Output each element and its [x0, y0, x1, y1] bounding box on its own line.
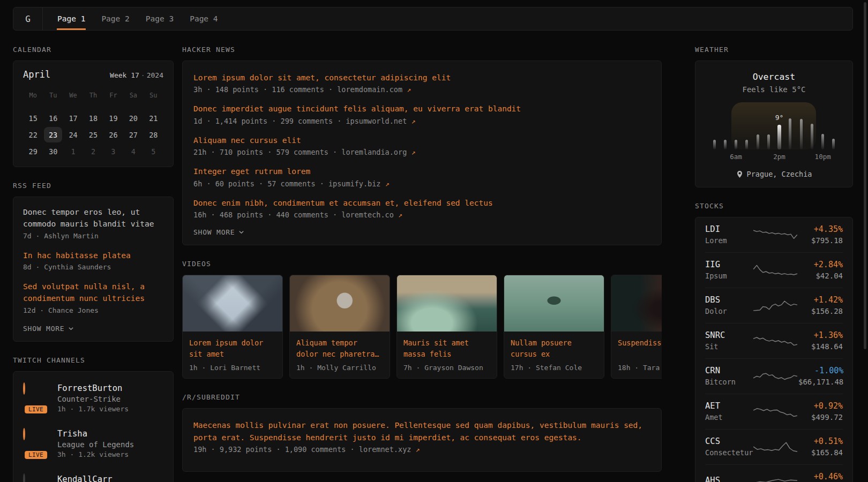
channel-viewers: 1h · 1.7k viewers [57, 405, 129, 413]
video-card[interactable]: Aliquam tempor dolor nec pharetra… 1h · … [289, 275, 390, 379]
stock-symbol: DBS [705, 295, 752, 305]
story-title[interactable]: Donec imperdiet augue tincidunt felis al… [193, 103, 650, 115]
tab-page-2[interactable]: Page 2 [101, 7, 130, 30]
video-thumbnail[interactable] [183, 275, 282, 332]
hacker-news-show-more-button[interactable]: SHOW MORE [193, 228, 650, 236]
weather-bars: 9° [710, 102, 837, 149]
stock-row[interactable]: AET Amet +0.92% $499.72 [705, 394, 843, 430]
video-thumbnail[interactable] [611, 275, 662, 332]
stock-row[interactable]: AHS +0.46% [705, 465, 843, 482]
rss-show-more-button[interactable]: SHOW MORE [23, 325, 163, 333]
stock-name: Ipsum [705, 272, 752, 280]
channel-name[interactable]: ForrestBurton [57, 383, 129, 393]
hacker-news-section-title: HACKER NEWS [182, 46, 662, 54]
calendar-day: 5 [144, 144, 163, 159]
story-meta: 1d · 1,414 points · 299 comments · ipsum… [193, 117, 650, 125]
story-item[interactable]: Donec enim nibh, condimentum et accumsan… [193, 197, 650, 219]
calendar-day: 26 [103, 127, 123, 142]
stock-price: $795.18 [798, 236, 843, 245]
calendar-day: 21 [144, 110, 163, 126]
weather-hour-bar [811, 124, 813, 149]
video-title[interactable]: Mauris sit amet massa felis [403, 337, 490, 360]
app-logo[interactable]: G [13, 7, 43, 30]
video-card[interactable]: Suspendisse diam 18h · Tara [611, 275, 662, 379]
twitch-channel-row[interactable]: LIVE Trisha League of Legends 3h · 1.2k … [23, 429, 163, 458]
twitch-channel-row[interactable]: LIVE ForrestBurton Counter-Strike 1h · 1… [23, 383, 163, 413]
rss-item-meta: 8d · Cynthia Saunders [23, 263, 163, 271]
weather-hour-bar [713, 140, 716, 149]
video-meta: 1h · Molly Carrillo [296, 364, 383, 372]
video-card[interactable]: Lorem ipsum dolor sit amet consectetu… 1… [182, 275, 283, 379]
content-grid: CALENDAR April Week 17·2024 MoTuWeThFrSa… [13, 46, 853, 482]
video-thumbnail[interactable] [504, 275, 604, 332]
twitch-widget: TWITCH CHANNELS LIVE ForrestBurton Count… [13, 356, 174, 482]
stock-row[interactable]: IIG Ipsum +2.84% $42.04 [705, 253, 843, 288]
stock-row[interactable]: CRN Bitcorn -1.00% $66,171.48 [705, 359, 843, 394]
external-link-icon: ↗ [411, 148, 415, 156]
video-thumbnail[interactable] [397, 275, 497, 332]
story-title[interactable]: Donec enim nibh, condimentum et accumsan… [193, 197, 650, 209]
page-scrollbar[interactable] [864, 2, 866, 349]
calendar-day-today: 23 [44, 127, 62, 142]
stock-price: $148.64 [798, 342, 843, 351]
calendar-section-title: CALENDAR [13, 46, 174, 54]
video-meta: 17h · Stefan Cole [511, 364, 597, 372]
stock-price: $66,171.48 [798, 378, 843, 386]
reddit-post[interactable]: Maecenas mollis pulvinar erat non posuer… [193, 419, 650, 454]
story-item[interactable]: Integer eget rutrum lorem 6h · 60 points… [193, 165, 650, 187]
video-meta: 18h · Tara [618, 364, 662, 372]
video-title[interactable]: Lorem ipsum dolor sit amet consectetu… [189, 337, 276, 360]
rss-item[interactable]: Donec tempor eros leo, ut commodo mauris… [23, 207, 163, 240]
calendar-weekday: Tu [43, 87, 63, 103]
twitch-panel: LIVE ForrestBurton Counter-Strike 1h · 1… [13, 371, 174, 482]
channel-category: League of Legends [57, 440, 134, 449]
stocks-widget: STOCKS LDI Lorem +4.35% $795.18 [695, 202, 853, 482]
stock-row[interactable]: LDI Lorem +4.35% $795.18 [705, 217, 843, 253]
video-title[interactable]: Suspendisse diam [618, 337, 662, 360]
video-card[interactable]: Mauris sit amet massa felis 7h · Grayson… [396, 275, 497, 379]
rss-item-title[interactable]: In hac habitasse platea [23, 250, 163, 262]
tab-page-1[interactable]: Page 1 [57, 7, 86, 30]
video-title[interactable]: Nullam posuere cursus ex [511, 337, 597, 360]
stock-symbol: SNRC [705, 330, 752, 340]
reddit-post-title[interactable]: Maecenas mollis pulvinar erat non posuer… [193, 419, 650, 443]
hacker-news-widget: HACKER NEWS Lorem ipsum dolor sit amet, … [182, 46, 662, 245]
video-card[interactable]: Nullam posuere cursus ex 17h · Stefan Co… [504, 275, 604, 379]
video-title[interactable]: Aliquam tempor dolor nec pharetra… [296, 337, 383, 360]
calendar-header: April Week 17·2024 [23, 69, 163, 80]
rss-panel: Donec tempor eros leo, ut commodo mauris… [13, 197, 174, 342]
stock-symbol: CRN [705, 366, 752, 375]
channel-avatar[interactable] [23, 475, 49, 482]
tab-page-4[interactable]: Page 4 [189, 7, 218, 30]
stock-row[interactable]: SNRC Sit +1.36% $148.64 [705, 323, 843, 359]
show-more-label: SHOW MORE [193, 228, 235, 236]
external-link-icon: ↗ [411, 117, 415, 125]
rss-item[interactable]: In hac habitasse platea 8d · Cynthia Sau… [23, 250, 163, 272]
rss-item-title[interactable]: Donec tempor eros leo, ut commodo mauris… [23, 207, 163, 230]
story-item[interactable]: Donec imperdiet augue tincidunt felis al… [193, 103, 650, 125]
stock-row[interactable]: CCS Consectetur +0.51% $165.84 [705, 430, 843, 465]
middle-column: HACKER NEWS Lorem ipsum dolor sit amet, … [182, 46, 662, 482]
story-title[interactable]: Integer eget rutrum lorem [193, 165, 650, 177]
story-item[interactable]: Lorem ipsum dolor sit amet, consectetur … [193, 72, 650, 94]
story-item[interactable]: Aliquam nec cursus elit 21h · 710 points… [193, 134, 650, 156]
twitch-channel-row[interactable]: KendallCarr [23, 475, 163, 482]
calendar-day: 22 [23, 127, 43, 142]
rss-item-title[interactable]: Sed volutpat nulla nisl, a condimentum n… [23, 281, 163, 305]
tab-page-3[interactable]: Page 3 [145, 7, 174, 30]
video-meta: 7h · Grayson Dawson [403, 364, 490, 372]
stock-row[interactable]: DBS Dolor +1.42% $156.28 [705, 288, 843, 323]
rss-item[interactable]: Sed volutpat nulla nisl, a condimentum n… [23, 281, 163, 314]
subreddit-section-title: /R/SUBREDDIT [182, 393, 662, 401]
calendar-day: 15 [23, 110, 43, 126]
channel-name[interactable]: Trisha [57, 429, 134, 439]
channel-name[interactable]: KendallCarr [57, 475, 113, 482]
stock-price: $499.72 [798, 413, 843, 421]
story-title[interactable]: Aliquam nec cursus elit [193, 134, 650, 146]
channel-avatar[interactable]: LIVE [23, 429, 49, 455]
video-thumbnail[interactable] [290, 275, 390, 332]
story-title[interactable]: Lorem ipsum dolor sit amet, consectetur … [193, 72, 650, 84]
channel-avatar[interactable]: LIVE [23, 383, 49, 409]
calendar-week-year: Week 17·2024 [110, 71, 163, 79]
calendar-weekday: Fr [103, 87, 123, 103]
